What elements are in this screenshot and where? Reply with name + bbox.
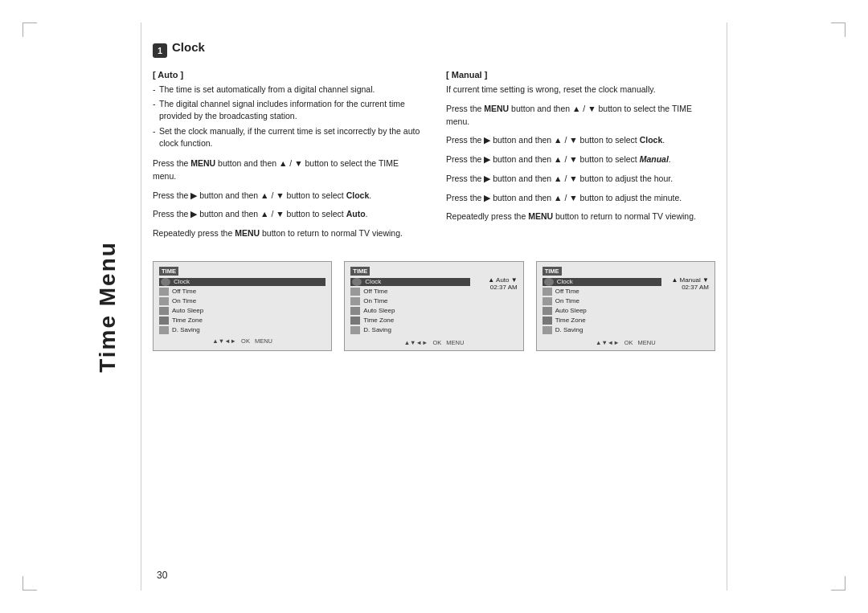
- section-header: 1 Clock: [153, 40, 715, 62]
- tv2-autosleep-icon: [350, 307, 360, 315]
- manual-para2: Press the ▶ button and then ▲ / ▼ button…: [446, 134, 715, 147]
- tv2-row-timezone: Time Zone: [350, 317, 469, 325]
- manual-section: [ Manual ] If current time setting is wr…: [446, 70, 715, 247]
- corner-v-tl: [23, 22, 23, 37]
- auto-section: [ Auto ] The time is set automatically f…: [153, 70, 422, 247]
- tv3-timezone-icon: [542, 317, 552, 325]
- tv3-dsaving-icon: [542, 326, 552, 334]
- tv2-clock-icon: [352, 278, 362, 286]
- tv1-row-dsaving: D. Saving: [159, 326, 326, 334]
- manual-title: [ Manual ]: [446, 70, 715, 80]
- tv2-dsaving-icon: [350, 326, 360, 334]
- auto-para3: Press the ▶ button and then ▲ / ▼ button…: [153, 208, 422, 221]
- tv1-ontime-icon: [159, 297, 169, 305]
- tv2-option-value: 02:37 AM: [473, 284, 518, 291]
- corner-v-bl: [23, 576, 23, 591]
- tv1-dsaving-icon: [159, 326, 169, 334]
- tv3-ontime-icon: [542, 297, 552, 305]
- tv2-row-ontime: On Time: [350, 297, 469, 305]
- tv1-row-timezone: Time Zone: [159, 317, 326, 325]
- tv2-header: TIME: [350, 267, 370, 276]
- tv3-row-ontime: On Time: [542, 297, 661, 305]
- corner-tr: [831, 22, 845, 23]
- vline-right: [727, 22, 727, 591]
- tv3-row-dsaving: D. Saving: [542, 326, 661, 334]
- main-content: 1 Clock [ Auto ] The time is set automat…: [153, 40, 715, 573]
- tv2-option-label: ▲ Auto ▼: [473, 276, 518, 284]
- tv1-timezone-icon: [159, 317, 169, 325]
- corner-v-tr: [845, 22, 845, 37]
- manual-para1: Press the MENU button and then ▲ / ▼ but…: [446, 103, 715, 129]
- auto-bullet-2: The digital channel signal includes info…: [153, 98, 422, 122]
- tv1-row-clock: Clock: [159, 278, 326, 286]
- tv1-row-autosleep: Auto Sleep: [159, 307, 326, 315]
- vline-left: [141, 22, 141, 591]
- corner-v-br: [845, 576, 845, 591]
- tv2-row-autosleep: Auto Sleep: [350, 307, 469, 315]
- page-title: Time Menu: [95, 241, 121, 373]
- manual-desc: If current time setting is wrong, reset …: [446, 84, 715, 96]
- tv2-ontime-icon: [350, 297, 360, 305]
- tv3-clock-icon: [544, 278, 554, 286]
- tv-screen-1: TIME Clock Off Time On Time Auto Sleep T…: [153, 261, 332, 351]
- tv2-row-offtime: Off Time: [350, 288, 469, 296]
- screens-row: TIME Clock Off Time On Time Auto Sleep T…: [153, 261, 715, 351]
- tv1-footer: ▲▼◄► OK MENU: [159, 337, 326, 345]
- tv3-row-timezone: Time Zone: [542, 317, 661, 325]
- tv1-offtime-icon: [159, 288, 169, 296]
- manual-para6: Repeatedly press the MENU button to retu…: [446, 210, 715, 223]
- tv1-row-offtime: Off Time: [159, 288, 326, 296]
- corner-tl: [23, 22, 37, 23]
- tv3-row-autosleep: Auto Sleep: [542, 307, 661, 315]
- tv3-footer: ▲▼◄► OK MENU: [542, 339, 709, 346]
- section-title: Clock: [172, 40, 205, 54]
- manual-para4: Press the ▶ button and then ▲ / ▼ button…: [446, 173, 715, 186]
- tv1-clock-icon: [161, 278, 170, 286]
- tv2-timezone-icon: [350, 317, 360, 325]
- auto-bullet-1: The time is set automatically from a dig…: [153, 84, 422, 96]
- tv1-autosleep-icon: [159, 307, 169, 315]
- auto-bullet-3: Set the clock manually, if the current t…: [153, 125, 422, 149]
- tv2-footer: ▲▼◄► OK MENU: [350, 339, 517, 346]
- tv3-offtime-icon: [542, 288, 552, 296]
- tv2-row-clock: Clock: [350, 278, 469, 286]
- tv3-row-clock: Clock: [542, 278, 661, 286]
- tv-screen-3: TIME Clock Off Time On Time: [536, 261, 715, 351]
- tv1-header: TIME: [159, 267, 178, 276]
- auto-para1: Press the MENU button and then ▲ / ▼ but…: [153, 157, 422, 183]
- auto-bullets: The time is set automatically from a dig…: [153, 84, 422, 149]
- manual-para3: Press the ▶ button and then ▲ / ▼ button…: [446, 153, 715, 166]
- auto-title: [ Auto ]: [153, 70, 422, 80]
- tv3-option-value: 02:37 AM: [665, 284, 709, 291]
- tv2-row-dsaving: D. Saving: [350, 326, 469, 334]
- section-badge: 1: [153, 43, 167, 58]
- auto-para4: Repeatedly press the MENU button to retu…: [153, 227, 422, 240]
- tv3-option-label: ▲ Manual ▼: [665, 276, 709, 284]
- two-col-layout: [ Auto ] The time is set automatically f…: [153, 70, 715, 247]
- tv2-offtime-icon: [350, 288, 360, 296]
- tv3-row-offtime: Off Time: [542, 288, 661, 296]
- tv3-header: TIME: [542, 267, 562, 276]
- tv1-row-ontime: On Time: [159, 297, 326, 305]
- manual-para5: Press the ▶ button and then ▲ / ▼ button…: [446, 192, 715, 205]
- corner-bl: [23, 590, 37, 591]
- corner-br: [831, 590, 845, 591]
- tv3-autosleep-icon: [542, 307, 552, 315]
- tv-screen-2: TIME Clock Off Time On Time: [344, 261, 523, 351]
- auto-para2: Press the ▶ button and then ▲ / ▼ button…: [153, 190, 422, 202]
